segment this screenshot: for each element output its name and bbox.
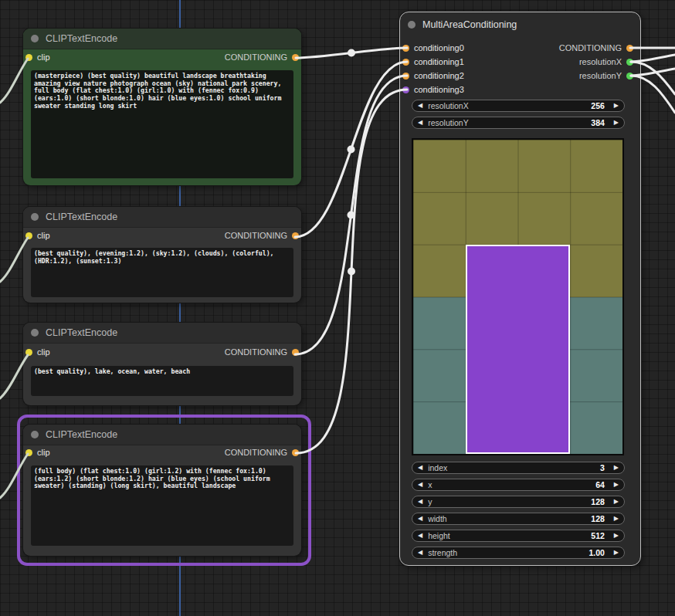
link-midpoint-dot: [348, 268, 355, 276]
prompt-textarea[interactable]: (best quality), lake, ocean, water, beac…: [31, 366, 293, 396]
node-cliptextencode-1: CLIPTextEncode clip CONDITIONING (master…: [23, 29, 301, 185]
resolutiony-widget[interactable]: ◀ resolutionY 384 ▶: [412, 117, 625, 129]
prompt-textarea[interactable]: (full body) (flat chest:1.0) (girl:1.2) …: [31, 465, 293, 546]
widget-label: index: [428, 463, 447, 472]
resolutiony-output-port[interactable]: [626, 73, 633, 80]
increment-arrow-icon[interactable]: ▶: [614, 550, 619, 556]
clip-input-label: clip: [37, 52, 50, 62]
resolutionx-widget[interactable]: ◀ resolutionX 256 ▶: [412, 100, 625, 112]
link-clip3-conditioning2: [295, 76, 407, 354]
increment-arrow-icon[interactable]: ▶: [614, 103, 619, 109]
conditioning-output-label: CONDITIONING: [225, 448, 287, 457]
widget-label: height: [428, 531, 450, 540]
conditioning0-input-label: conditioning0: [414, 43, 464, 52]
decrement-arrow-icon[interactable]: ◀: [418, 516, 422, 522]
widget-label: resolutionX: [428, 101, 469, 110]
conditioning-output-label: CONDITIONING: [225, 347, 287, 357]
conditioning-output-label: CONDITIONING: [225, 231, 287, 240]
increment-arrow-icon[interactable]: ▶: [614, 465, 619, 471]
conditioning-output-port[interactable]: [626, 45, 633, 52]
increment-arrow-icon[interactable]: ▶: [614, 533, 619, 539]
node-title-bar[interactable]: CLIPTextEncode: [23, 29, 301, 49]
widget-label: resolutionY: [428, 118, 469, 127]
index-widget[interactable]: ◀ index 3 ▶: [412, 462, 625, 474]
clip-input-port[interactable]: [25, 349, 32, 356]
collapse-dot-icon[interactable]: [31, 35, 39, 42]
node-title-bar[interactable]: CLIPTextEncode: [23, 207, 301, 228]
resolutionx-output-port[interactable]: [626, 59, 633, 66]
increment-arrow-icon[interactable]: ▶: [614, 516, 619, 522]
widget-value: 64: [595, 480, 605, 489]
clip-input-port[interactable]: [25, 54, 32, 61]
increment-arrow-icon[interactable]: ▶: [614, 482, 619, 488]
width-widget[interactable]: ◀ width 128 ▶: [412, 513, 625, 525]
clip-input-port[interactable]: [25, 449, 32, 456]
x-widget[interactable]: ◀ x 64 ▶: [412, 479, 625, 491]
clip-input-label: clip: [37, 347, 50, 357]
conditioning0-input-port[interactable]: [402, 45, 409, 52]
widget-label: width: [428, 514, 447, 523]
strength-widget[interactable]: ◀ strength 1.00 ▶: [412, 547, 625, 559]
selected-area-rect: [466, 245, 571, 454]
decrement-arrow-icon[interactable]: ◀: [418, 103, 422, 109]
link-midpoint-dot: [348, 49, 355, 57]
link-midpoint-dot: [348, 212, 355, 219]
collapse-dot-icon[interactable]: [31, 329, 39, 337]
conditioning2-input-port[interactable]: [402, 73, 409, 80]
widget-value: 1.00: [589, 548, 604, 557]
node-title: MultiAreaConditioning: [422, 19, 517, 30]
conditioning-output-port[interactable]: [292, 54, 299, 61]
conditioning1-input-label: conditioning1: [414, 57, 464, 66]
collapse-dot-icon[interactable]: [31, 431, 39, 438]
node-cliptextencode-2: CLIPTextEncode clip CONDITIONING (best q…: [23, 207, 301, 303]
widget-label: y: [428, 497, 432, 506]
widget-label: x: [428, 480, 432, 489]
node-title-bar[interactable]: CLIPTextEncode: [23, 323, 301, 344]
clip-input-port[interactable]: [25, 232, 32, 239]
prompt-textarea[interactable]: (masterpiece) (best quality) beautiful l…: [31, 70, 293, 178]
collapse-dot-icon[interactable]: [408, 21, 416, 29]
node-title: CLIPTextEncode: [46, 33, 117, 44]
link-clip4-conditioning3: [296, 90, 407, 453]
node-title: CLIPTextEncode: [46, 212, 117, 222]
link-midpoint-dot: [348, 146, 355, 154]
decrement-arrow-icon[interactable]: ◀: [418, 465, 422, 471]
clip-input-label: clip: [37, 448, 50, 457]
increment-arrow-icon[interactable]: ▶: [614, 499, 619, 505]
decrement-arrow-icon[interactable]: ◀: [418, 482, 422, 488]
conditioning-output-label: CONDITIONING: [559, 43, 622, 52]
widget-value: 384: [591, 118, 605, 127]
conditioning-output-label: CONDITIONING: [225, 52, 287, 62]
node-cliptextencode-4: CLIPTextEncode clip CONDITIONING (full b…: [23, 425, 301, 556]
conditioning1-input-port[interactable]: [402, 59, 409, 66]
link-clip2-conditioning1: [295, 62, 407, 237]
collapse-dot-icon[interactable]: [31, 213, 39, 221]
y-widget[interactable]: ◀ y 128 ▶: [412, 496, 625, 508]
node-title-bar[interactable]: MultiAreaConditioning: [400, 12, 640, 37]
conditioning-output-port[interactable]: [292, 232, 299, 239]
widget-value: 512: [591, 531, 605, 540]
height-widget[interactable]: ◀ height 512 ▶: [412, 530, 625, 542]
conditioning3-input-port[interactable]: [402, 86, 409, 93]
decrement-arrow-icon[interactable]: ◀: [418, 550, 422, 556]
widget-value: 128: [591, 514, 605, 523]
prompt-textarea[interactable]: (best quality), (evening:1.2), (sky:1.2)…: [31, 248, 293, 297]
decrement-arrow-icon[interactable]: ◀: [418, 499, 422, 505]
conditioning-output-port[interactable]: [292, 449, 299, 456]
area-preview-canvas[interactable]: [412, 138, 624, 455]
decrement-arrow-icon[interactable]: ◀: [418, 120, 422, 126]
widget-value: 256: [591, 101, 605, 110]
widget-label: strength: [428, 548, 457, 557]
resolutionx-output-label: resolutionX: [579, 57, 622, 66]
increment-arrow-icon[interactable]: ▶: [614, 120, 619, 126]
decrement-arrow-icon[interactable]: ◀: [418, 533, 422, 539]
conditioning3-input-label: conditioning3: [414, 85, 464, 94]
clip-input-label: clip: [37, 231, 50, 240]
node-title-bar[interactable]: CLIPTextEncode: [23, 425, 301, 445]
node-cliptextencode-3: CLIPTextEncode clip CONDITIONING (best q…: [23, 323, 301, 405]
node-title: CLIPTextEncode: [46, 429, 117, 440]
conditioning-output-port[interactable]: [292, 349, 299, 356]
resolutiony-output-label: resolutionY: [579, 71, 622, 80]
link-clip1-conditioning0: [296, 48, 407, 58]
node-multiareaconditioning: MultiAreaConditioning conditioning0 COND…: [399, 12, 641, 566]
